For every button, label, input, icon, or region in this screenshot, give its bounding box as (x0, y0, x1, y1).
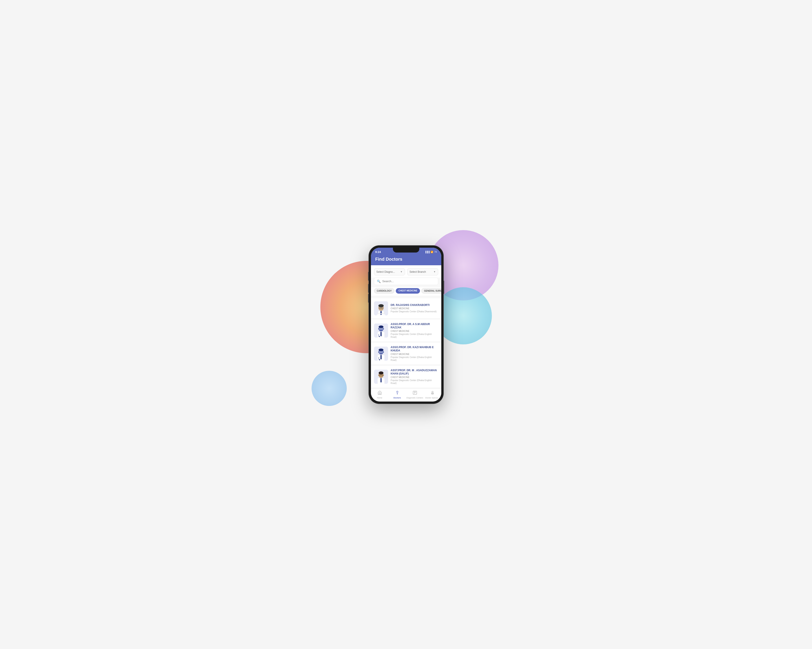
tab-chest-medicine[interactable]: CHEST MEDICINE (396, 288, 420, 294)
doctors-list: DR. RAJASHIS CHAKRABORTI CHEST MEDICINE … (371, 296, 441, 388)
doctor-info-3: ASSO.PROF. DR. KAZI MAHBUB E KHUDA CHEST… (391, 346, 438, 361)
search-bar[interactable]: 🔍 (374, 277, 438, 285)
status-icons: ▐▐▐ 📶 74 (425, 251, 437, 253)
svg-rect-41 (413, 391, 417, 394)
doctor-location-3: Popular Diagnostic Center (Dhaka English… (391, 356, 438, 361)
doctor-info-1: DR. RAJASHIS CHAKRABORTI CHEST MEDICINE … (391, 303, 438, 313)
doctor-name-1: DR. RAJASHIS CHAKRABORTI (391, 303, 438, 307)
svg-point-38 (380, 375, 380, 376)
tab-general-surgery[interactable]: GENERAL SURGERY (421, 288, 441, 294)
search-input[interactable] (382, 280, 435, 283)
battery-icon: 74 (434, 251, 437, 253)
phone-device: 9:24 ▐▐▐ 📶 74 Find Doctors Select Diagno… (369, 245, 444, 404)
svg-point-29 (378, 352, 379, 353)
nav-doctors-label: Doctors (393, 397, 401, 399)
nav-doctors[interactable]: Doctors (389, 390, 406, 399)
doctor-name-4: ASST.PROF. DR. M . ASADUZZAMAN KHAN (GAL… (391, 369, 438, 376)
tab-cardiology[interactable]: CARDIOLOGY (374, 288, 395, 294)
signal-icon: ▐▐▐ (425, 251, 429, 253)
doctor-info-2: ASSO.PROF. DR. A S.M ABDUR RAZZAK CHEST … (391, 323, 438, 338)
svg-rect-22 (380, 355, 382, 360)
branch-label: Select Branch (410, 270, 426, 273)
doctor-location-4: Popular Diagnostic Center (Dhaka English… (391, 379, 438, 385)
svg-point-18 (378, 328, 379, 329)
scene: 9:24 ▐▐▐ 📶 74 Find Doctors Select Diagno… (307, 226, 505, 424)
svg-point-37 (383, 375, 384, 376)
status-time: 9:24 (375, 250, 381, 254)
doctor-info-4: ASST.PROF. DR. M . ASADUZZAMAN KHAN (GAL… (391, 369, 438, 385)
doctor-card-1[interactable]: DR. RAJASHIS CHAKRABORTI CHEST MEDICINE … (371, 298, 441, 319)
diagnosis-label: Select Diagno... (376, 270, 395, 273)
app-header: Find Doctors (371, 255, 441, 265)
home-icon (377, 390, 382, 396)
svg-point-40 (397, 391, 398, 393)
svg-point-12 (379, 336, 380, 337)
svg-point-35 (379, 372, 383, 375)
doctor-specialty-1: CHEST MEDICINE (391, 307, 438, 310)
doctor-card-2[interactable]: ASSO.PROF. DR. A S.M ABDUR RAZZAK CHEST … (371, 320, 441, 342)
nav-home-label: Home (377, 397, 382, 399)
svg-point-30 (383, 352, 384, 353)
doctor-specialty-4: CHEST MEDICINE (391, 376, 438, 378)
svg-rect-3 (380, 311, 382, 315)
svg-rect-11 (380, 332, 382, 336)
svg-point-42 (432, 391, 433, 393)
doctor-avatar-3 (374, 347, 388, 361)
search-icon: 🔍 (377, 280, 381, 283)
doctor-card-4[interactable]: ASST.PROF. DR. M . ASADUZZAMAN KHAN (GAL… (371, 366, 441, 388)
doctor-avatar-2 (374, 323, 388, 338)
svg-point-39 (382, 375, 382, 376)
svg-rect-33 (380, 378, 382, 382)
doctor-location-1: Popular Diagnostic Center (Dhaka Dhanmon… (391, 310, 438, 313)
nav-diagnostic[interactable]: Diagnostic Centers (406, 390, 424, 399)
content-area[interactable]: Select Diagno... ▼ Select Branch ▼ 🔍 CAR… (371, 265, 441, 388)
doctor-avatar-1 (374, 301, 388, 315)
svg-point-25 (379, 349, 383, 351)
category-tabs: CARDIOLOGY CHEST MEDICINE GENERAL SURGER… (371, 287, 441, 296)
branch-arrow-icon: ▼ (433, 271, 436, 273)
doctor-specialty-2: CHEST MEDICINE (391, 330, 438, 332)
doctor-location-2: Popular Diagnostic Center (Dhaka English… (391, 333, 438, 338)
nav-specialist-label: Doctor Specia... (425, 397, 439, 399)
nav-specialist[interactable]: Doctor Specia... (424, 390, 441, 399)
diagnosis-arrow-icon: ▼ (400, 271, 403, 273)
branch-dropdown[interactable]: Select Branch ▼ (407, 268, 438, 276)
diagnosis-dropdown[interactable]: Select Diagno... ▼ (374, 268, 405, 276)
nav-diagnostic-label: Diagnostic Centers (406, 397, 423, 399)
svg-point-14 (379, 326, 383, 328)
svg-point-5 (379, 304, 384, 307)
filter-row: Select Diagno... ▼ Select Branch ▼ (371, 265, 441, 277)
page-title: Find Doctors (375, 257, 402, 262)
doctor-name-2: ASSO.PROF. DR. A S.M ABDUR RAZZAK (391, 323, 438, 329)
specialist-icon (430, 390, 435, 396)
doctor-specialty-3: CHEST MEDICINE (391, 353, 438, 355)
diagnostic-icon (413, 390, 417, 396)
doctors-icon (395, 390, 400, 396)
doctor-avatar-4 (374, 370, 388, 384)
nav-home[interactable]: Home (371, 390, 389, 399)
bg-circle-blue (311, 371, 347, 406)
phone-notch (393, 248, 419, 253)
phone-screen: 9:24 ▐▐▐ 📶 74 Find Doctors Select Diagno… (371, 248, 441, 402)
bottom-nav: Home Doctors (371, 388, 441, 402)
doctor-card-3[interactable]: ASSO.PROF. DR. KAZI MAHBUB E KHUDA CHEST… (371, 343, 441, 365)
svg-point-23 (379, 359, 380, 360)
svg-point-36 (378, 375, 379, 376)
svg-point-19 (383, 328, 384, 329)
doctor-name-3: ASSO.PROF. DR. KAZI MAHBUB E KHUDA (391, 346, 438, 352)
wifi-icon: 📶 (430, 251, 433, 253)
